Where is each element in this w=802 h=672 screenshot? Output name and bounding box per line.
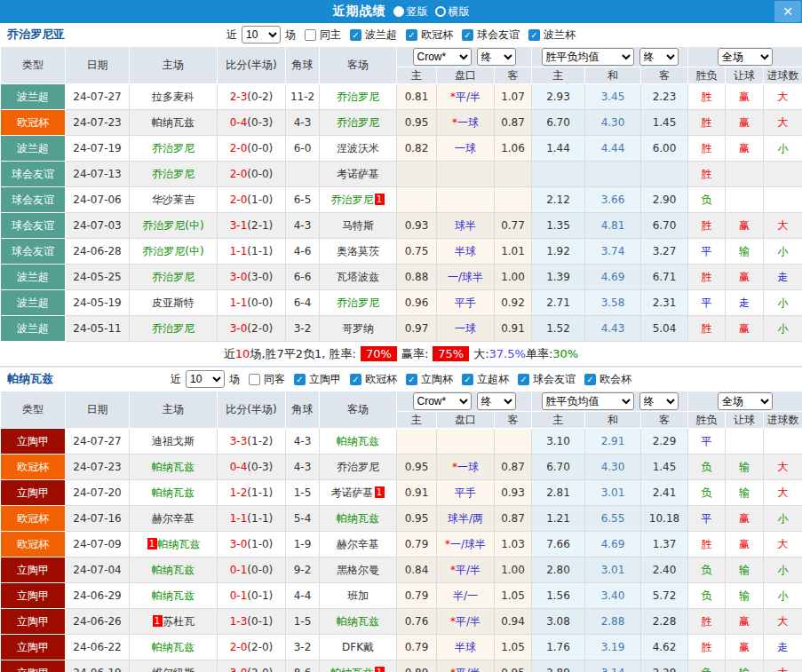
result-wdl: 胜: [688, 213, 726, 239]
match-score: 3-1(2-1): [218, 213, 286, 239]
team-name-text: 帕纳瓦兹: [337, 512, 379, 525]
fulltime-score: 0-4: [230, 461, 248, 473]
home-team: 乔治罗尼: [130, 265, 218, 290]
checked-checkbox-icon[interactable]: ✓: [406, 29, 417, 41]
match-date: 24-07-23: [66, 455, 130, 480]
sub-col-header: 主: [397, 67, 437, 84]
checked-checkbox-icon[interactable]: ✓: [462, 374, 473, 385]
corner-score: 6-4: [286, 290, 320, 316]
red-card-badge: 1: [153, 615, 163, 627]
match-date: 24-07-06: [66, 187, 130, 213]
filter-controls: 近10场同主✓波兰超✓欧冠杯✓球会友谊✓波兰杯: [225, 26, 577, 43]
match-date: 24-06-22: [66, 635, 130, 660]
full-match-select[interactable]: 全场: [718, 48, 773, 66]
checked-checkbox-icon[interactable]: ✓: [350, 374, 361, 385]
avg-odds-away: 6.00: [641, 136, 688, 162]
fulltime-score: 0-4: [230, 116, 248, 129]
fulltime-score: 2-0: [230, 142, 248, 154]
radio-selected-icon: [393, 6, 404, 17]
team-name-text: 班加: [347, 589, 369, 602]
away-team: 马特斯: [320, 213, 397, 239]
crow-odds-home: 0.82: [397, 136, 437, 162]
crow-odds-home: 0.79: [397, 583, 437, 609]
crow-odds-home: [397, 162, 437, 187]
checked-checkbox-icon[interactable]: ✓: [584, 374, 596, 385]
final-odds-select[interactable]: 终: [477, 48, 516, 66]
checked-checkbox-icon[interactable]: ✓: [518, 374, 529, 385]
crow-odds-away: 0.95: [495, 660, 532, 672]
crow-odds-select[interactable]: Crow*: [413, 392, 472, 410]
crow-odds-home: 0.76: [397, 609, 437, 635]
layout-radio-horizontal[interactable]: 横版: [435, 4, 470, 20]
handicap-text: 平/半: [456, 615, 480, 628]
crow-odds-home: 0.79: [397, 532, 437, 557]
avg-odds-away: 2.40: [641, 557, 688, 583]
red-card-badge: 1: [375, 486, 385, 498]
league-filter-label: 欧冠杯: [365, 372, 397, 387]
avg-odds-away: 5.04: [641, 316, 688, 342]
avg-odds-home: 1.76: [532, 635, 585, 660]
near-label: 近: [226, 28, 237, 43]
team-name-text: 乔治罗尼: [152, 142, 195, 154]
match-date: 24-07-27: [66, 84, 130, 110]
result-wdl: 平: [688, 506, 726, 532]
checked-checkbox-icon[interactable]: ✓: [294, 374, 306, 385]
match-row: 欧冠杯24-07-23帕纳瓦兹0-4(0-3)4-3乔治罗尼0.95*一球0.8…: [1, 110, 802, 136]
avg-odds-home: 6.70: [532, 455, 585, 480]
match-score: 2-0(2-0): [218, 635, 286, 660]
handicap-line: 球半: [437, 213, 495, 239]
avg-odds-draw: 3.19: [585, 635, 641, 660]
final-avg-select[interactable]: 终: [639, 48, 679, 66]
games-count-select[interactable]: 10: [186, 370, 225, 388]
result-wdl: 胜: [688, 635, 726, 660]
avg-odds-away: 3.27: [641, 239, 688, 265]
checked-checkbox-icon[interactable]: ✓: [350, 29, 361, 41]
sub-col-header: 客: [495, 412, 532, 429]
match-row: 球会友谊24-06-28乔治罗尼(中)1-1(1-1)4-6奥洛莫茨0.75半球…: [1, 239, 802, 265]
result-handicap: 输: [726, 480, 764, 506]
league-badge: 球会友谊: [1, 213, 66, 239]
fulltime-score: 1-3: [230, 615, 248, 628]
match-score: 2-0(0-0): [218, 136, 286, 162]
crow-odds-home: 0.96: [397, 290, 437, 316]
full-match-select[interactable]: 全场: [718, 392, 773, 410]
handicap-line: *平/半: [437, 84, 495, 110]
avg-odds-select[interactable]: 胜平负均值: [542, 48, 634, 66]
avg-odds-away: 2.29: [641, 429, 688, 455]
near-label: 近: [171, 372, 181, 387]
result-handicap: 赢: [726, 265, 764, 290]
team-name: 帕纳瓦兹: [7, 368, 53, 391]
crow-odds-select[interactable]: Crow*: [413, 48, 472, 66]
home-team: 皮亚斯特: [130, 290, 218, 316]
handicap-text: 平/半: [456, 91, 480, 103]
checked-checkbox-icon[interactable]: ✓: [528, 29, 540, 41]
matches-table: 类型日期主场比分(半场)角球客场Crow*终胜平负均值终全场主盘口客主和客胜负让…: [0, 391, 802, 672]
league-badge: 波兰超: [1, 290, 66, 316]
close-button[interactable]: ✕: [774, 1, 801, 22]
final-odds-select[interactable]: 终: [477, 392, 516, 410]
full-select-group: 全场: [688, 391, 802, 412]
match-score: 1-1(1-1): [218, 506, 286, 532]
avg-odds-select[interactable]: 胜平负均值: [542, 392, 634, 410]
red-card-badge: 1: [375, 194, 385, 205]
team-name-text: 考诺萨基: [331, 486, 374, 499]
panel-title: 近期战绩: [333, 4, 386, 20]
team-name-text: 乔治罗尼: [152, 322, 195, 335]
result-goals: [764, 187, 802, 213]
halftime-score: (1-0): [247, 194, 273, 206]
result-wdl: 负: [688, 660, 726, 672]
unchecked-checkbox-icon[interactable]: [305, 29, 316, 41]
unchecked-checkbox-icon[interactable]: [249, 374, 260, 385]
col-header: 类型: [1, 391, 66, 429]
result-wdl: 胜: [688, 110, 726, 136]
avg-odds-home: [532, 162, 585, 187]
team-name-text: 乔治罗尼: [331, 194, 374, 206]
league-badge: 立陶甲: [1, 480, 66, 506]
layout-radio-vertical[interactable]: 竖版: [393, 4, 428, 20]
checked-checkbox-icon[interactable]: ✓: [406, 374, 417, 385]
team-name-text: 帕纳瓦兹: [152, 564, 195, 576]
games-count-select[interactable]: 10: [242, 26, 281, 43]
match-date: 24-07-13: [66, 162, 130, 187]
checked-checkbox-icon[interactable]: ✓: [462, 29, 473, 41]
final-avg-select[interactable]: 终: [639, 392, 679, 410]
